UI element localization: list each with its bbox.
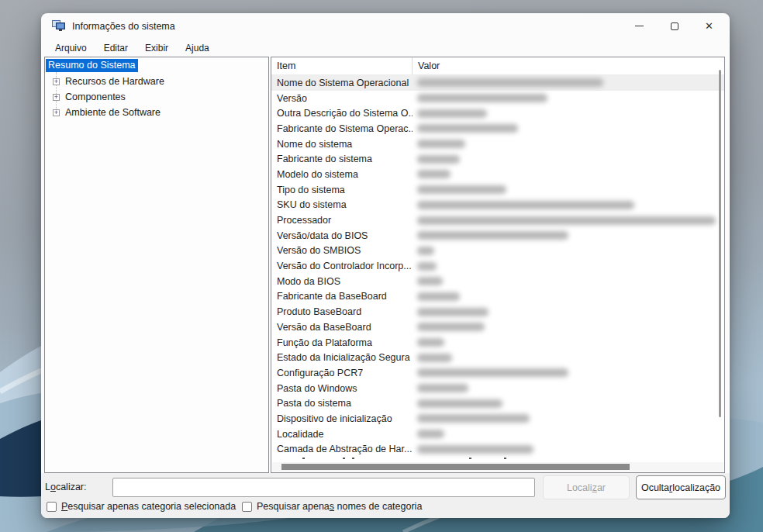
expand-plus-icon[interactable] <box>53 94 60 101</box>
item-cell: Versão/data do BIOS <box>271 230 413 241</box>
checkbox-icon[interactable] <box>242 502 252 512</box>
table-row[interactable]: Dispositivo de inicialização <box>271 411 724 427</box>
expand-plus-icon[interactable] <box>53 109 60 116</box>
table-row[interactable]: Outra Descrição do Sistema O... <box>271 105 724 121</box>
tree-item-componentes[interactable]: Componentes <box>45 89 268 105</box>
redacted-value <box>417 185 506 194</box>
value-cell <box>413 323 724 331</box>
tree-item-label: Ambiente de Software <box>65 107 161 118</box>
value-cell <box>413 262 724 271</box>
table-row[interactable]: Nome do Sistema Operacional <box>271 75 724 91</box>
checkbox-label: Pesquisar apenas nomes de categoria <box>257 501 422 512</box>
redacted-value <box>417 323 485 331</box>
table-row[interactable]: Modo da BIOS <box>271 274 724 289</box>
menu-item-editar[interactable]: Editar <box>95 41 136 55</box>
minimize-icon <box>635 26 644 26</box>
table-row[interactable]: Configuração PCR7 <box>271 365 724 381</box>
titlebar[interactable]: Informações do sistema ✕ <box>41 13 730 39</box>
table-row[interactable]: Camada de Abstração de Har... <box>271 442 724 458</box>
redacted-value <box>417 231 568 240</box>
value-cell <box>413 170 724 178</box>
item-cell: Estado da Inicialização Segura <box>271 352 413 363</box>
table-row[interactable]: Fabricante do sistema <box>271 151 724 167</box>
value-cell <box>413 292 724 301</box>
expand-plus-icon[interactable] <box>53 78 60 85</box>
hide-find-button[interactable]: Ocultar localização <box>636 475 726 499</box>
app-icon <box>52 20 65 32</box>
column-header-valor[interactable]: Valor <box>413 57 724 74</box>
find-button[interactable]: Localizar <box>543 475 630 499</box>
menu-item-ajuda[interactable]: Ajuda <box>177 41 218 55</box>
redacted-value <box>417 445 533 454</box>
minimize-button[interactable] <box>622 13 657 39</box>
redacted-value <box>417 247 434 255</box>
value-cell <box>413 201 724 209</box>
content-area: Resumo do Sistema Recursos de HardwareCo… <box>41 57 730 473</box>
value-cell <box>413 247 724 255</box>
table-row[interactable]: Versão do Controlador Incorp... <box>271 258 724 274</box>
close-icon: ✕ <box>705 21 713 31</box>
item-cell: SKU do sistema <box>271 199 413 210</box>
table-row[interactable]: Fabricante do Sistema Operac... <box>271 121 724 136</box>
item-cell: Versão do SMBIOS <box>271 245 413 256</box>
item-cell: Fabricante do sistema <box>271 154 413 164</box>
category-tree-panel[interactable]: Resumo do Sistema Recursos de HardwareCo… <box>44 57 269 473</box>
vertical-scrollbar[interactable] <box>719 70 721 417</box>
tree-item-resumo-do-sistema[interactable]: Resumo do Sistema <box>46 59 138 72</box>
value-cell <box>413 414 724 423</box>
details-table-panel[interactable]: Item Valor Nome do Sistema OperacionalVe… <box>271 57 725 473</box>
item-cell: Versão da BaseBoard <box>271 322 413 333</box>
table-row[interactable]: Localidade <box>271 427 724 442</box>
menu-bar: ArquivoEditarExibirAjuda <box>41 39 730 57</box>
item-cell: Fabricante da BaseBoard <box>271 291 413 302</box>
find-label: Localizar: <box>45 482 87 492</box>
redacted-value <box>417 140 465 148</box>
item-cell: Fabricante do Sistema Operac... <box>271 123 413 134</box>
value-cell <box>413 445 724 454</box>
value-cell <box>413 216 724 225</box>
table-row[interactable]: Pasta do Windows <box>271 381 724 396</box>
value-cell <box>413 231 724 240</box>
redacted-value <box>417 308 489 316</box>
table-row[interactable]: Estado da Inicialização Segura <box>271 350 724 365</box>
value-cell <box>413 430 724 438</box>
table-row[interactable]: SKU do sistema <box>271 198 724 213</box>
table-row[interactable]: Pasta do sistema <box>271 396 724 411</box>
table-row[interactable]: Versão da BaseBoard <box>271 320 724 335</box>
tree-item-recursos-de-hardware[interactable]: Recursos de Hardware <box>45 74 268 89</box>
table-row[interactable]: Versão/data do BIOS <box>271 228 724 244</box>
horizontal-scrollbar-thumb[interactable] <box>281 464 630 470</box>
horizontal-scrollbar-track[interactable] <box>272 462 723 472</box>
table-row[interactable]: Versão do SMBIOS <box>271 244 724 259</box>
redacted-value <box>417 414 530 423</box>
value-cell <box>413 155 724 164</box>
maximize-button[interactable] <box>657 13 692 39</box>
item-cell: Pasta do Windows <box>271 383 413 394</box>
tree-item-ambiente-de-software[interactable]: Ambiente de Software <box>45 105 268 120</box>
table-row[interactable]: Versão <box>271 91 724 106</box>
table-row[interactable]: Processador <box>271 212 724 228</box>
table-row[interactable]: Modelo do sistema <box>271 167 724 182</box>
redacted-value <box>417 354 452 362</box>
value-cell <box>413 94 724 102</box>
checkbox-icon[interactable] <box>47 502 57 512</box>
close-button[interactable]: ✕ <box>692 13 727 39</box>
table-row[interactable]: Nome do sistema <box>271 136 724 152</box>
checkbox-option-2[interactable]: Pesquisar apenas nomes de categoria <box>242 501 422 512</box>
value-cell <box>413 308 724 316</box>
find-input[interactable] <box>112 478 535 497</box>
value-cell <box>413 354 724 362</box>
value-cell <box>413 368 724 377</box>
table-row[interactable]: Produto BaseBoard <box>271 304 724 320</box>
checkbox-option-1[interactable]: Pesquisar apenas categoria selecionada <box>47 501 236 512</box>
item-cell: Versão do Controlador Incorp... <box>271 261 413 271</box>
menu-item-arquivo[interactable]: Arquivo <box>47 41 95 55</box>
table-row[interactable]: Função da Plataforma <box>271 335 724 351</box>
table-row[interactable]: Fabricante da BaseBoard <box>271 289 724 305</box>
column-header-item[interactable]: Item <box>271 57 413 74</box>
table-row[interactable]: Tipo do sistema <box>271 182 724 198</box>
redacted-value <box>417 338 444 347</box>
table-header: Item Valor <box>271 57 724 75</box>
value-cell <box>413 384 724 392</box>
menu-item-exibir[interactable]: Exibir <box>136 41 177 55</box>
